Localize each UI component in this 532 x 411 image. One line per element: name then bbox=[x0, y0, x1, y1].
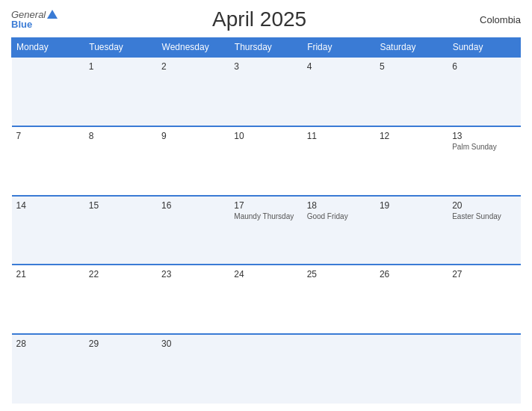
day-number: 9 bbox=[161, 131, 225, 141]
day-number: 7 bbox=[16, 131, 80, 141]
calendar-day bbox=[229, 334, 302, 404]
calendar-day: 22 bbox=[84, 265, 157, 334]
calendar-week-row: 14151617Maundy Thursday18Good Friday1920… bbox=[12, 196, 521, 265]
calendar-day: 24 bbox=[229, 265, 302, 334]
day-number: 17 bbox=[234, 200, 297, 211]
day-number: 22 bbox=[89, 269, 152, 279]
day-number: 4 bbox=[307, 61, 371, 72]
day-number: 26 bbox=[380, 269, 443, 279]
calendar-week-row: 282930 bbox=[12, 334, 521, 404]
day-number: 10 bbox=[234, 131, 297, 141]
calendar-day: 3 bbox=[229, 57, 302, 126]
calendar-day bbox=[448, 334, 520, 404]
calendar-day: 10 bbox=[229, 126, 302, 196]
day-number: 14 bbox=[16, 200, 80, 211]
day-number: 13 bbox=[452, 131, 516, 141]
calendar-day: 25 bbox=[303, 265, 375, 334]
day-number: 8 bbox=[89, 131, 152, 141]
calendar-day: 12 bbox=[375, 126, 448, 196]
calendar-day bbox=[12, 57, 84, 126]
calendar-header: General Blue April 2025 Colombia bbox=[11, 7, 521, 31]
day-number: 30 bbox=[161, 339, 225, 349]
col-tuesday: Tuesday bbox=[84, 38, 157, 58]
day-number: 19 bbox=[380, 200, 443, 211]
logo-triangle-icon bbox=[47, 10, 58, 19]
logo-row2: Blue bbox=[11, 19, 32, 29]
day-number: 20 bbox=[452, 200, 516, 211]
col-saturday: Saturday bbox=[375, 38, 448, 58]
calendar-day: 23 bbox=[157, 265, 229, 334]
calendar-title: April 2025 bbox=[58, 7, 461, 31]
calendar-day: 5 bbox=[375, 57, 448, 126]
day-number: 24 bbox=[234, 269, 297, 279]
country-label: Colombia bbox=[461, 14, 521, 25]
col-thursday: Thursday bbox=[229, 38, 302, 58]
calendar-week-row: 21222324252627 bbox=[12, 265, 521, 334]
holiday-label: Easter Sunday bbox=[452, 212, 516, 220]
holiday-label: Maundy Thursday bbox=[234, 212, 297, 220]
calendar-day: 18Good Friday bbox=[303, 196, 375, 265]
calendar-day: 6 bbox=[448, 57, 520, 126]
day-number: 2 bbox=[161, 61, 225, 72]
col-friday: Friday bbox=[303, 38, 375, 58]
calendar-body: 12345678910111213Palm Sunday14151617Maun… bbox=[12, 57, 521, 404]
calendar-day: 20Easter Sunday bbox=[448, 196, 520, 265]
calendar-header-row: Monday Tuesday Wednesday Thursday Friday… bbox=[12, 38, 521, 58]
calendar-day: 8 bbox=[84, 126, 157, 196]
calendar-day: 29 bbox=[84, 334, 157, 404]
logo: General Blue bbox=[11, 10, 58, 29]
holiday-label: Palm Sunday bbox=[452, 143, 516, 151]
day-number: 28 bbox=[16, 339, 80, 349]
day-number: 1 bbox=[89, 61, 152, 72]
calendar-day bbox=[375, 334, 448, 404]
logo-blue-text: Blue bbox=[11, 19, 32, 29]
day-number: 3 bbox=[234, 61, 297, 72]
day-number: 16 bbox=[161, 200, 225, 211]
day-number: 27 bbox=[452, 269, 516, 279]
day-number: 5 bbox=[380, 61, 443, 72]
calendar-day: 21 bbox=[12, 265, 84, 334]
calendar-day: 1 bbox=[84, 57, 157, 126]
calendar-week-row: 78910111213Palm Sunday bbox=[12, 126, 521, 196]
calendar-day: 4 bbox=[303, 57, 375, 126]
holiday-label: Good Friday bbox=[307, 212, 371, 220]
calendar-day: 27 bbox=[448, 265, 520, 334]
calendar-day: 11 bbox=[303, 126, 375, 196]
calendar-day: 26 bbox=[375, 265, 448, 334]
day-number: 18 bbox=[307, 200, 371, 211]
col-sunday: Sunday bbox=[448, 38, 520, 58]
calendar-day: 14 bbox=[12, 196, 84, 265]
day-number: 21 bbox=[16, 269, 80, 279]
calendar-day: 7 bbox=[12, 126, 84, 196]
calendar-day: 17Maundy Thursday bbox=[229, 196, 302, 265]
calendar-day bbox=[303, 334, 375, 404]
day-number: 25 bbox=[307, 269, 371, 279]
col-monday: Monday bbox=[12, 38, 84, 58]
calendar-day: 28 bbox=[12, 334, 84, 404]
calendar-day: 30 bbox=[157, 334, 229, 404]
day-number: 12 bbox=[380, 131, 443, 141]
calendar-table: Monday Tuesday Wednesday Thursday Friday… bbox=[11, 37, 521, 404]
calendar-day: 13Palm Sunday bbox=[448, 126, 520, 196]
day-number: 11 bbox=[307, 131, 371, 141]
day-number: 29 bbox=[89, 339, 152, 349]
col-wednesday: Wednesday bbox=[157, 38, 229, 58]
calendar-day: 16 bbox=[157, 196, 229, 265]
calendar-week-row: 123456 bbox=[12, 57, 521, 126]
calendar-day: 2 bbox=[157, 57, 229, 126]
calendar-day: 19 bbox=[375, 196, 448, 265]
day-number: 23 bbox=[161, 269, 225, 279]
day-number: 15 bbox=[89, 200, 152, 211]
calendar-day: 15 bbox=[84, 196, 157, 265]
calendar-day: 9 bbox=[157, 126, 229, 196]
day-number: 6 bbox=[452, 61, 516, 72]
